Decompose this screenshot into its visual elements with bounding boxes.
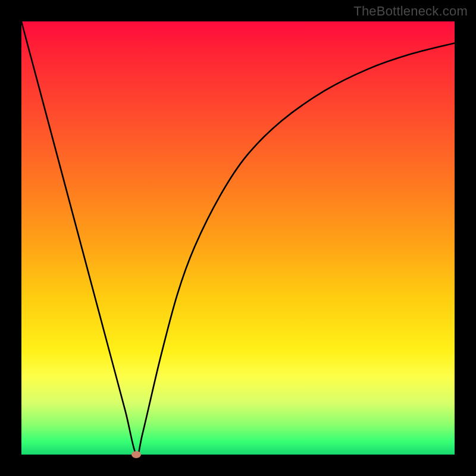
- plot-area: [21, 21, 455, 455]
- watermark-text: TheBottleneck.com: [353, 4, 468, 19]
- bottleneck-curve: [21, 21, 455, 455]
- chart-frame: TheBottleneck.com: [0, 0, 476, 476]
- minimum-marker: [131, 451, 141, 458]
